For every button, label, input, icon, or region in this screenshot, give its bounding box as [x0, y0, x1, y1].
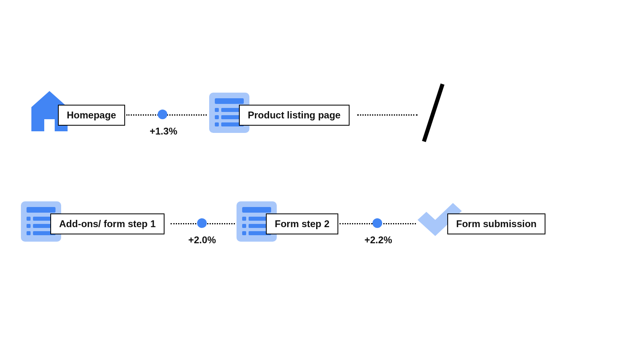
svg-rect-6	[215, 122, 219, 126]
node-label-product-listing: Product listing page	[239, 105, 350, 126]
connector-dot	[372, 218, 382, 228]
break-slash-icon	[422, 83, 444, 142]
svg-rect-22	[242, 231, 246, 235]
svg-rect-9	[27, 207, 56, 213]
node-label-addons-step1: Add-ons/ form step 1	[50, 213, 165, 234]
svg-rect-17	[242, 207, 271, 213]
svg-rect-2	[215, 108, 219, 112]
connector-metric: +2.0%	[188, 234, 216, 246]
svg-rect-1	[215, 98, 244, 104]
svg-rect-4	[215, 115, 219, 119]
node-label-form-step2: Form step 2	[266, 213, 338, 234]
svg-rect-10	[27, 217, 31, 221]
svg-rect-18	[242, 217, 246, 221]
connector-metric: +1.3%	[150, 126, 177, 137]
node-label-form-submission: Form submission	[447, 213, 545, 234]
svg-rect-20	[242, 224, 246, 228]
svg-rect-14	[27, 231, 31, 235]
connector-metric: +2.2%	[364, 234, 392, 246]
svg-rect-12	[27, 224, 31, 228]
connector-dot	[158, 110, 167, 119]
connector-dot	[197, 218, 207, 228]
flow-diagram: Homepage +1.3% Product listing page	[0, 0, 644, 352]
node-label-homepage: Homepage	[58, 105, 125, 126]
connector-line	[357, 114, 418, 116]
